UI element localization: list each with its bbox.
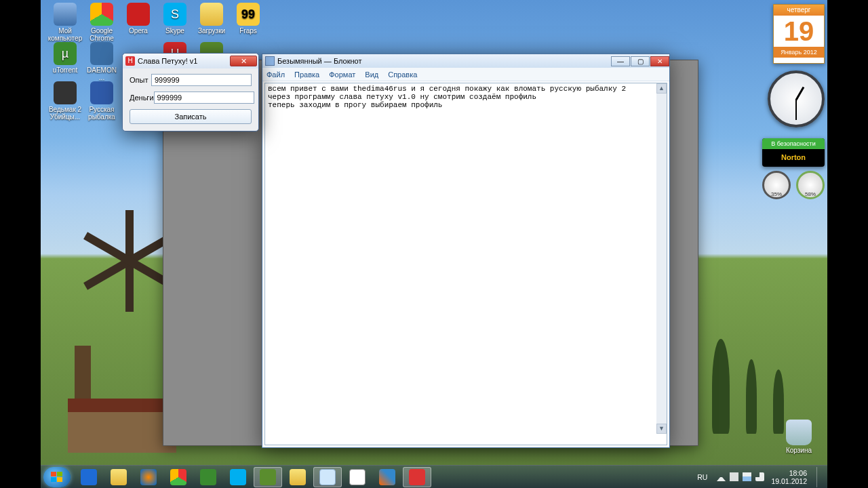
icon-label: Opera bbox=[129, 27, 148, 35]
exp-input[interactable] bbox=[151, 74, 252, 86]
desktop-icon-skype[interactable]: S Skype bbox=[157, 3, 193, 35]
tray-overflow-icon[interactable] bbox=[717, 472, 726, 481]
notepad-textarea[interactable]: всем привет с вами thedima46rus и я сего… bbox=[264, 83, 667, 445]
money-input[interactable] bbox=[154, 92, 254, 104]
money-label: Деньги bbox=[130, 94, 154, 102]
calendar-gadget[interactable]: четверг 19 Январь 2012 bbox=[773, 4, 825, 64]
close-button[interactable]: ✕ bbox=[650, 56, 669, 66]
icon-label: Загрузки bbox=[198, 27, 225, 35]
calendar-weekday: четверг bbox=[774, 5, 824, 16]
taskbar-ie[interactable] bbox=[75, 467, 103, 487]
notepad-titlebar[interactable]: Безымянный — Блокнот — ▢ ✕ bbox=[262, 54, 669, 68]
tray-flag-icon[interactable] bbox=[730, 472, 738, 481]
taskbar-photos[interactable] bbox=[373, 467, 401, 487]
chrome-icon bbox=[170, 469, 186, 485]
maximize-button[interactable]: ▢ bbox=[631, 56, 650, 66]
menu-file[interactable]: Файл bbox=[267, 70, 285, 79]
desktop-icon-my-computer[interactable]: Мойкомпьютер bbox=[47, 3, 83, 42]
norton-brand: Norton bbox=[762, 149, 825, 165]
tray-network-icon[interactable] bbox=[743, 472, 751, 481]
tray-time: 18:06 bbox=[771, 469, 807, 477]
fraps-icon: 99 bbox=[237, 3, 260, 26]
desktop: Мойкомпьютер GoogleChrome Opera S Skype … bbox=[41, 0, 827, 488]
wallpaper-windmill bbox=[88, 224, 170, 305]
computer-icon bbox=[54, 3, 77, 26]
wmp-icon bbox=[140, 469, 157, 485]
close-button[interactable]: ✕ bbox=[230, 56, 257, 66]
taskbar: RU 18:06 19.01.2012 bbox=[41, 465, 827, 488]
slava-body: Опыт Деньги Записать bbox=[123, 68, 258, 129]
icon-label: DAEMON ... bbox=[87, 66, 117, 81]
menu-edit[interactable]: Правка bbox=[294, 70, 319, 79]
start-button[interactable] bbox=[43, 467, 71, 487]
notepad-scrollbar[interactable]: ▲ ▼ bbox=[656, 83, 667, 434]
camtasia-icon bbox=[260, 469, 276, 485]
menu-view[interactable]: Вид bbox=[365, 70, 378, 79]
show-desktop-button[interactable] bbox=[816, 467, 823, 487]
opera-icon bbox=[127, 3, 150, 26]
menu-format[interactable]: Формат bbox=[329, 70, 355, 79]
calendar-month: Январь 2012 bbox=[774, 47, 824, 58]
taskbar-utorrent[interactable] bbox=[194, 467, 222, 487]
taskbar-wmp[interactable] bbox=[134, 467, 163, 487]
slava-title-text: Слава Петуху! v1 bbox=[138, 57, 197, 65]
desktop-icon-opera[interactable]: Opera bbox=[121, 3, 156, 35]
taskbar-slava[interactable] bbox=[403, 467, 431, 487]
tray-language[interactable]: RU bbox=[694, 472, 710, 483]
icon-label: Ведьмак 2Убийцы... bbox=[49, 106, 81, 121]
scroll-down-icon[interactable]: ▼ bbox=[656, 424, 667, 434]
notepad-icon bbox=[319, 469, 336, 485]
norton-gadget[interactable]: В безопасности Norton bbox=[762, 138, 825, 167]
paint-icon bbox=[349, 469, 366, 485]
folder-icon bbox=[200, 3, 223, 26]
taskbar-camtasia[interactable] bbox=[254, 467, 282, 487]
tray-volume-icon[interactable] bbox=[755, 472, 764, 481]
icon-label: Русскаярыбалка bbox=[88, 106, 115, 121]
scroll-up-icon[interactable]: ▲ bbox=[656, 83, 667, 94]
witcher-icon bbox=[54, 81, 77, 104]
daemon-icon bbox=[90, 42, 113, 65]
utorrent-icon: µ bbox=[54, 42, 77, 65]
folder-icon bbox=[290, 469, 306, 485]
desktop-icon-fraps[interactable]: 99 Fraps bbox=[231, 3, 266, 35]
taskbar-skype[interactable] bbox=[224, 467, 252, 487]
cpu-dial-2: 58% bbox=[796, 171, 825, 199]
wallpaper-church bbox=[68, 380, 176, 447]
write-button[interactable]: Записать bbox=[130, 109, 252, 124]
ie-icon bbox=[81, 469, 97, 485]
taskbar-chrome[interactable] bbox=[164, 467, 193, 487]
icon-label: Корзина bbox=[786, 447, 812, 454]
cpu-gadget[interactable]: 35% 58% bbox=[762, 171, 825, 201]
slava-app-icon: H bbox=[125, 56, 135, 66]
notepad-title-text: Безымянный — Блокнот bbox=[277, 57, 361, 65]
tray-clock[interactable]: 18:06 19.01.2012 bbox=[771, 469, 807, 485]
taskbar-folder[interactable] bbox=[283, 467, 312, 487]
desktop-icon-fishing[interactable]: Русскаярыбалка bbox=[84, 81, 119, 121]
taskbar-explorer[interactable] bbox=[104, 467, 133, 487]
icon-label: Мойкомпьютер bbox=[48, 27, 82, 42]
tray-date: 19.01.2012 bbox=[771, 477, 807, 485]
menu-help[interactable]: Справка bbox=[388, 70, 417, 79]
skype-icon: S bbox=[163, 3, 186, 26]
taskbar-notepad[interactable] bbox=[313, 467, 342, 487]
slava-window[interactable]: H Слава Петуху! v1 ✕ Опыт Деньги Записат… bbox=[122, 53, 259, 131]
notepad-menubar: Файл Правка Формат Вид Справка bbox=[262, 68, 669, 81]
desktop-icon-trash[interactable]: Корзина bbox=[781, 420, 816, 454]
minimize-button[interactable]: — bbox=[611, 56, 630, 66]
notepad-window[interactable]: Безымянный — Блокнот — ▢ ✕ Файл Правка Ф… bbox=[262, 54, 670, 448]
taskbar-paint[interactable] bbox=[343, 467, 372, 487]
icon-label: uTorrent bbox=[53, 66, 78, 74]
exp-label: Опыт bbox=[130, 76, 151, 84]
clock-gadget[interactable] bbox=[768, 70, 825, 127]
desktop-icon-witcher[interactable]: Ведьмак 2Убийцы... bbox=[47, 81, 83, 121]
desktop-icon-daemon[interactable]: DAEMON ... bbox=[84, 42, 119, 81]
icon-label: Skype bbox=[165, 27, 184, 35]
desktop-icon-downloads[interactable]: Загрузки bbox=[194, 3, 229, 35]
desktop-icon-utorrent[interactable]: µ uTorrent bbox=[47, 42, 83, 74]
slava-titlebar[interactable]: H Слава Петуху! v1 ✕ bbox=[123, 54, 258, 68]
calendar-day: 19 bbox=[774, 16, 824, 47]
slava-icon bbox=[409, 469, 425, 485]
desktop-icon-chrome[interactable]: GoogleChrome bbox=[84, 3, 119, 42]
utorrent-icon bbox=[200, 469, 216, 485]
cpu-dial-1: 35% bbox=[762, 171, 791, 199]
